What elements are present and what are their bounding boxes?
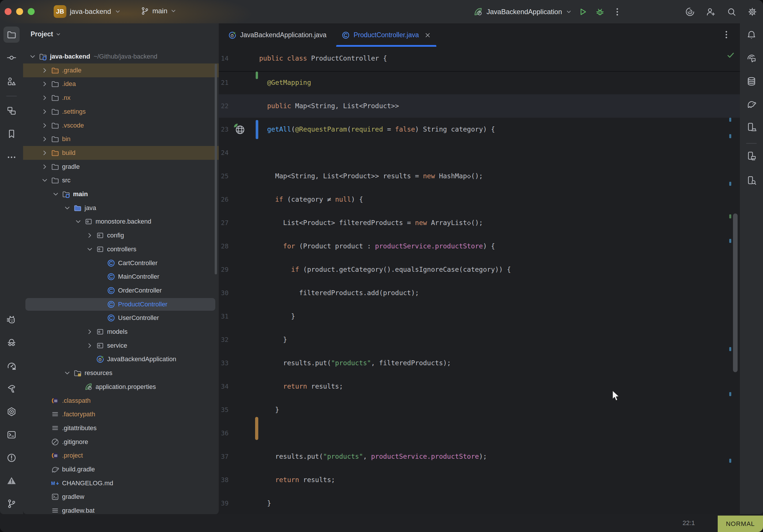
tree-row-resources[interactable]: resources	[23, 366, 219, 380]
code-line-24[interactable]: 24	[219, 141, 740, 164]
tree-row-build-gradle[interactable]: build.gradle	[23, 463, 219, 476]
chevron-icon[interactable]	[86, 246, 93, 253]
code-line-35[interactable]: 35 }	[219, 398, 740, 421]
code-line-25[interactable]: 25 Map<String, List<Product>> results = …	[219, 164, 740, 188]
gradle-button[interactable]	[743, 96, 760, 112]
logcat-button[interactable]	[3, 312, 20, 328]
more-button[interactable]	[3, 149, 20, 165]
tree-row--gitattributes[interactable]: .gitattributes	[23, 421, 219, 435]
endpoint-gutter-icon[interactable]	[233, 122, 247, 136]
code-line-39[interactable]: 39 }	[219, 491, 740, 514]
line-number[interactable]: 27	[219, 211, 229, 235]
resource-manager-button[interactable]	[3, 73, 20, 89]
tree-row-gradlew-bat[interactable]: gradlew.bat	[23, 504, 219, 514]
code-line-22[interactable]: 22 public Map<String, List<Product>>	[219, 94, 740, 118]
code-line-23[interactable]: 23 getAll(@RequestParam(required = false…	[219, 118, 740, 141]
tree-row-cartcontroller[interactable]: CartController	[23, 256, 219, 270]
tree-row-usercontroller[interactable]: UserController	[23, 311, 219, 325]
analysis-tick[interactable]	[729, 118, 731, 122]
tree-row--nx[interactable]: .nx	[23, 91, 219, 105]
more-run-actions-button[interactable]	[610, 5, 624, 19]
code-with-me-button[interactable]	[704, 5, 717, 19]
tree-row-build[interactable]: build	[23, 146, 219, 160]
code-line-38[interactable]: 38 return results;	[219, 468, 740, 491]
analysis-tick[interactable]	[729, 214, 731, 218]
tree-row-java[interactable]: java	[23, 201, 219, 215]
analysis-tick[interactable]	[729, 182, 731, 186]
ai-assistant-button[interactable]	[683, 5, 697, 19]
project-folder-button[interactable]	[3, 27, 20, 43]
ai-chat-button[interactable]	[743, 50, 760, 66]
build-hammer-button[interactable]	[3, 380, 20, 397]
inspections-ok-icon[interactable]	[726, 51, 735, 60]
line-number[interactable]: 21	[219, 71, 229, 94]
tree-row-ordercontroller[interactable]: OrderController	[23, 283, 219, 297]
tree-row--classpath[interactable]: .classpath	[23, 394, 219, 408]
line-number[interactable]: 36	[219, 421, 229, 445]
chevron-icon[interactable]	[86, 232, 93, 239]
chevron-icon[interactable]	[41, 176, 49, 184]
problems-button[interactable]	[3, 450, 20, 466]
analysis-tick[interactable]	[729, 392, 731, 396]
bookmark-button[interactable]	[3, 126, 20, 142]
code-line-32[interactable]: 32 }	[219, 328, 740, 351]
tree-row-java-backend[interactable]: java-backend~/Github/java-backend	[23, 50, 219, 63]
analysis-tick[interactable]	[729, 239, 731, 243]
tab-javabackendapplication[interactable]: JavaBackendApplication.java	[220, 23, 334, 47]
line-number[interactable]: 35	[219, 398, 229, 421]
line-number[interactable]: 32	[219, 328, 229, 351]
line-number[interactable]: 34	[219, 375, 229, 398]
tree-row--factorypath[interactable]: .factorypath	[23, 407, 219, 421]
search-everywhere-button[interactable]	[725, 5, 738, 19]
line-number[interactable]: 24	[219, 141, 229, 164]
line-number[interactable]: 26	[219, 188, 229, 211]
project-panel-header[interactable]: Project	[31, 30, 61, 38]
line-number[interactable]: 33	[219, 351, 229, 375]
tree-row-main[interactable]: main	[23, 187, 219, 201]
git-branch-button[interactable]	[3, 496, 20, 512]
tree-row--gradle[interactable]: .gradle	[23, 63, 219, 77]
chevron-icon[interactable]	[41, 163, 49, 170]
fullscreen-window-button[interactable]	[28, 8, 35, 15]
app-insights-button[interactable]	[3, 334, 20, 350]
tree-row--project[interactable]: .project	[23, 449, 219, 463]
analysis-tick[interactable]	[729, 459, 731, 463]
code-line-34[interactable]: 34 return results;	[219, 375, 740, 398]
services-button[interactable]	[3, 404, 20, 420]
tree-row-config[interactable]: config	[23, 229, 219, 242]
tree-row--vscode[interactable]: .vscode	[23, 119, 219, 133]
line-number[interactable]: 25	[219, 164, 229, 188]
chevron-icon[interactable]	[41, 80, 49, 88]
tree-row-service[interactable]: service	[23, 339, 219, 353]
code-line-29[interactable]: 29 if (product.getCategory().equalsIgnor…	[219, 258, 740, 281]
code-line-26[interactable]: 26 if (category ≠ null) {	[219, 188, 740, 211]
tab-options-kebab-icon[interactable]	[721, 30, 731, 40]
caret-position[interactable]: 22:1	[683, 514, 695, 532]
project-tree-scrollbar[interactable]	[215, 64, 217, 274]
running-devices-button[interactable]	[743, 148, 760, 164]
line-number[interactable]: 39	[219, 491, 229, 514]
line-number[interactable]: 23	[219, 118, 229, 141]
chevron-icon[interactable]	[52, 190, 59, 198]
editor-scrollbar[interactable]	[733, 213, 738, 372]
code-line-21[interactable]: 21 @GetMapping	[219, 71, 740, 94]
chevron-icon[interactable]	[41, 94, 49, 102]
code-line-36[interactable]: 36	[219, 421, 740, 445]
code-line-30[interactable]: 30 filteredProducts.add(product);	[219, 281, 740, 305]
tree-row--gitignore[interactable]: .gitignore	[23, 435, 219, 449]
close-window-button[interactable]	[5, 8, 12, 15]
debug-button[interactable]	[593, 5, 606, 19]
analysis-tick[interactable]	[729, 134, 731, 138]
terminal-button[interactable]	[3, 427, 20, 443]
tree-row-productcontroller[interactable]: ProductController	[23, 297, 219, 311]
ideavim-icon[interactable]	[704, 518, 716, 528]
run-configuration-selector[interactable]: JavaBackendApplication	[473, 7, 572, 17]
tree-row-javabackendapplication[interactable]: JavaBackendApplication	[23, 352, 219, 366]
project-widget[interactable]: JB java-backend	[54, 5, 121, 18]
sticky-line[interactable]: 14public class ProductController {	[219, 47, 740, 72]
line-number[interactable]: 29	[219, 258, 229, 281]
code-line-37[interactable]: 37 results.put("products", productServic…	[219, 445, 740, 468]
tree-row-maincontroller[interactable]: MainController	[23, 270, 219, 283]
code-line-28[interactable]: 28 for (Product product : productService…	[219, 235, 740, 258]
device-manager-button[interactable]	[743, 119, 760, 135]
